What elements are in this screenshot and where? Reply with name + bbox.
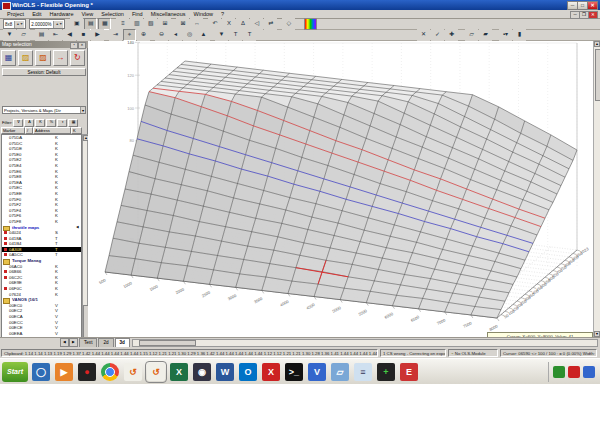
tab-3d[interactable]: 3d	[115, 338, 130, 347]
print-button[interactable]: ▤	[35, 29, 48, 41]
mark-red-button[interactable]: T	[229, 29, 242, 41]
taskbar-icon-xentry[interactable]: X	[262, 363, 280, 381]
insert-yellow-button[interactable]: ✚	[445, 29, 458, 41]
status-bar: Clipboard: 1.14 1.14 1.13 1.19 1.29 1.37…	[0, 347, 600, 358]
z-tick-label: 100	[127, 106, 134, 111]
z-tick-label: 120	[127, 73, 134, 78]
filter-button-0[interactable]: ∇	[13, 119, 23, 127]
nav-last-button[interactable]: ⇥	[109, 29, 122, 41]
export-map-button[interactable]: →	[53, 50, 68, 66]
menu-project[interactable]: Project	[3, 10, 28, 19]
tab-2d[interactable]: 2d	[98, 338, 113, 347]
scroll-thumb[interactable]	[595, 49, 600, 101]
session-button[interactable]: Session: Default	[2, 68, 86, 76]
folder-a-button[interactable]: ▱	[465, 29, 478, 41]
scroll-up-icon[interactable]: ▲	[594, 41, 600, 47]
search-button[interactable]: ◎	[183, 29, 196, 41]
taskbar-icon-word[interactable]: W	[216, 363, 234, 381]
filter-button-2[interactable]: K	[35, 119, 45, 127]
split-view-button[interactable]: ▮	[513, 29, 526, 41]
x-tick-label: 3000	[227, 292, 238, 301]
menu-edit[interactable]: Edit	[28, 10, 45, 19]
nav-stop-button[interactable]: ■	[77, 29, 90, 41]
taskbar-icon-chrome[interactable]	[101, 363, 119, 381]
scope-dropdown[interactable]: Projects, Versions & Maps (Dir▾	[2, 106, 86, 114]
import-folder-button[interactable]: ▨	[35, 50, 50, 66]
column-header-marker[interactable]: Marker	[1, 127, 25, 134]
select-mode-button[interactable]: ⌖	[123, 29, 136, 41]
tray-icon-tray-green[interactable]	[553, 366, 565, 378]
tab-text[interactable]: Text	[79, 338, 97, 347]
filter-button-5[interactable]: ▦	[68, 119, 78, 127]
surface-plot[interactable]: 2040608010012014050010001500200025003000…	[88, 41, 600, 337]
tab-scroll-right-icon[interactable]: ▶	[69, 338, 78, 347]
delete-marker-button[interactable]: ✕	[417, 29, 430, 41]
pointer-button[interactable]: ◂	[169, 29, 182, 41]
open-folder-button[interactable]: ▨	[18, 50, 33, 66]
value-size-combo[interactable]: 8x8▲▼	[3, 19, 26, 29]
x-tick-label: 7000	[436, 317, 447, 326]
column-header-address[interactable]: Address	[33, 127, 71, 134]
taskbar-icon-camera-app[interactable]: ●	[78, 363, 96, 381]
toolbar-edit: ▼▱▤⇤◀■▶⇥⌖⊕⊖◂◎▲▼TT✕✓✚▱▰▪▾▮	[0, 30, 600, 41]
taskbar-icon-terminal[interactable]: >_	[285, 363, 303, 381]
taskbar-icon-folder-app[interactable]: ▱	[331, 363, 349, 381]
taskbar-icon-etk[interactable]: E	[400, 363, 418, 381]
map-selection-panel: Map selection ▪ ✕ ▦▨▨→↻ Session: Default…	[0, 41, 88, 337]
x-tick-label: 6000	[384, 311, 395, 320]
save-version-button[interactable]: ▦	[1, 50, 16, 66]
zoom-factor-combo[interactable]: 2.00000%▲▼	[29, 19, 65, 29]
tab-scroll-left-icon[interactable]: ◀	[60, 338, 69, 347]
map-list[interactable]: 075DAK075DCK075DEK075E0K075E2K075E4K075E…	[1, 134, 82, 370]
taskbar-icon-vnc[interactable]: V	[308, 363, 326, 381]
panel-close-icon[interactable]: ✕	[78, 42, 86, 49]
taskbar-icon-steam[interactable]: ◯	[32, 363, 50, 381]
tray-icon-tray-blue[interactable]	[583, 366, 595, 378]
nav-next-button[interactable]: ▶	[91, 29, 104, 41]
map-3d-view[interactable]: 2040608010012014050010001500200025003000…	[88, 41, 600, 337]
nav-first-button[interactable]: ⇤	[49, 29, 62, 41]
nav-prev-button[interactable]: ◀	[63, 29, 76, 41]
ols-module-status: ⌁ No OLS-Module	[448, 349, 498, 357]
taskbar-icon-burner-2[interactable]: ↺	[147, 363, 165, 381]
close-button[interactable]: ✕	[587, 1, 598, 10]
save-button[interactable]: ▼	[3, 29, 16, 41]
zoom-out-button[interactable]: ⊖	[155, 29, 168, 41]
folder-b-button[interactable]: ▰	[479, 29, 492, 41]
spin-icon: ▲▼	[53, 21, 63, 28]
scroll-thumb[interactable]	[139, 340, 196, 346]
mdi-close-button[interactable]: ✕	[588, 11, 598, 19]
panel-pin-icon[interactable]: ▪	[70, 42, 78, 49]
reload-map-button[interactable]: ↻	[70, 50, 85, 66]
mini-combo-button[interactable]: ▪▾	[499, 29, 512, 41]
tray-icon-tray-red[interactable]	[568, 366, 580, 378]
open-project-button[interactable]: ▱	[17, 29, 30, 41]
desktop-gap	[0, 384, 600, 432]
filter-button-4[interactable]: ◑	[57, 119, 67, 127]
mark-blue-button[interactable]: T	[243, 29, 256, 41]
column-header-/[interactable]: /	[25, 127, 33, 134]
apply-green-button[interactable]: ✓	[431, 29, 444, 41]
colors-button[interactable]	[304, 18, 317, 30]
list-header[interactable]: Marker/AddressK	[1, 127, 82, 134]
swap-versions-button[interactable]: ⇄	[264, 18, 277, 30]
value-up-button[interactable]: ▲	[197, 29, 210, 41]
taskbar-icon-burner-1[interactable]: ↺	[124, 363, 142, 381]
taskbar-icon-media-player[interactable]: ▶	[55, 363, 73, 381]
zoom-in-button[interactable]: ⊕	[137, 29, 150, 41]
checksum-button[interactable]: ◇	[282, 18, 295, 30]
start-button[interactable]: Start	[2, 362, 28, 382]
filter-button-3[interactable]: %	[46, 119, 56, 127]
taskbar-icon-diagnostic-lens[interactable]: ◉	[193, 363, 211, 381]
map-horizontal-scrollbar[interactable]	[132, 339, 598, 347]
filter-button-1[interactable]: A	[24, 119, 34, 127]
taskbar-icon-outlook[interactable]: O	[239, 363, 257, 381]
value-down-button[interactable]: ▼	[215, 29, 228, 41]
column-header-k[interactable]: K	[71, 127, 82, 134]
taskbar-icon-excel[interactable]: X	[170, 363, 188, 381]
map-vertical-scrollbar[interactable]: ▲ ▼	[593, 41, 600, 337]
system-tray	[548, 362, 598, 382]
x-tick-label: 5500	[358, 308, 369, 317]
taskbar-icon-ista[interactable]: +	[377, 363, 395, 381]
taskbar-icon-notes-app[interactable]: ≡	[354, 363, 372, 381]
